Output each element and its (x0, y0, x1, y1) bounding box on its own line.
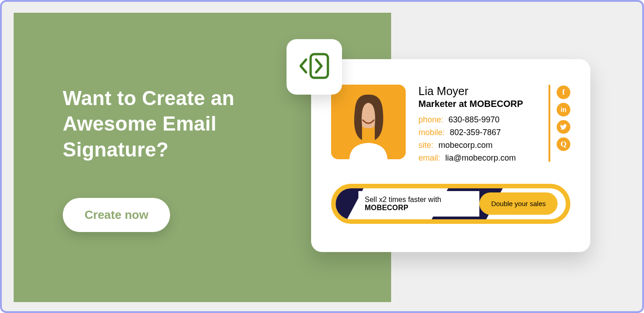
twitter-icon[interactable] (557, 120, 570, 134)
mobile-label: mobile: (418, 128, 445, 137)
signature-title: Marketer at MOBECORP (418, 99, 536, 109)
banner-text-company: MOBECORP (365, 204, 408, 212)
quora-icon[interactable]: Q (557, 137, 570, 151)
promo-banner[interactable]: Sell x2 times faster with MOBECORP Doubl… (331, 184, 570, 224)
signature-name: Lia Moyer (418, 85, 536, 98)
banner-cta[interactable]: Double your sales (479, 192, 558, 215)
banner-text: Sell x2 times faster with MOBECORP (358, 191, 479, 217)
phone-label: phone: (418, 115, 443, 124)
code-icon-badge (287, 39, 342, 95)
linkedin-icon[interactable]: in (557, 103, 570, 116)
create-now-button[interactable]: Create now (63, 198, 170, 232)
svg-rect-0 (311, 54, 328, 78)
code-icon (297, 49, 332, 85)
signature-card: Lia Moyer Marketer at MOBECORP phone: 63… (311, 59, 590, 252)
banner-text-prefix: Sell x2 times faster with (365, 196, 441, 203)
vertical-divider (548, 85, 550, 162)
promo-frame: Want to Create an Awesome Email Signatur… (0, 0, 644, 313)
contact-phone: phone: 630-885-9970 (418, 114, 536, 126)
site-label: site: (418, 141, 433, 150)
contact-mobile: mobile: 802-359-7867 (418, 126, 536, 139)
contact-email: email: lia@mobecorp.com (418, 152, 536, 165)
avatar (331, 85, 406, 159)
signature-info: Lia Moyer Marketer at MOBECORP phone: 63… (418, 85, 536, 165)
email-value[interactable]: lia@mobecorp.com (445, 153, 516, 162)
facebook-icon[interactable]: f (557, 86, 570, 99)
promo-headline: Want to Create an Awesome Email Signatur… (63, 86, 254, 162)
phone-value: 630-885-9970 (448, 115, 499, 124)
site-value[interactable]: mobecorp.com (438, 141, 493, 150)
email-label: email: (418, 153, 440, 162)
contact-site: site: mobecorp.com (418, 139, 536, 152)
mobile-value: 802-359-7867 (450, 128, 501, 137)
